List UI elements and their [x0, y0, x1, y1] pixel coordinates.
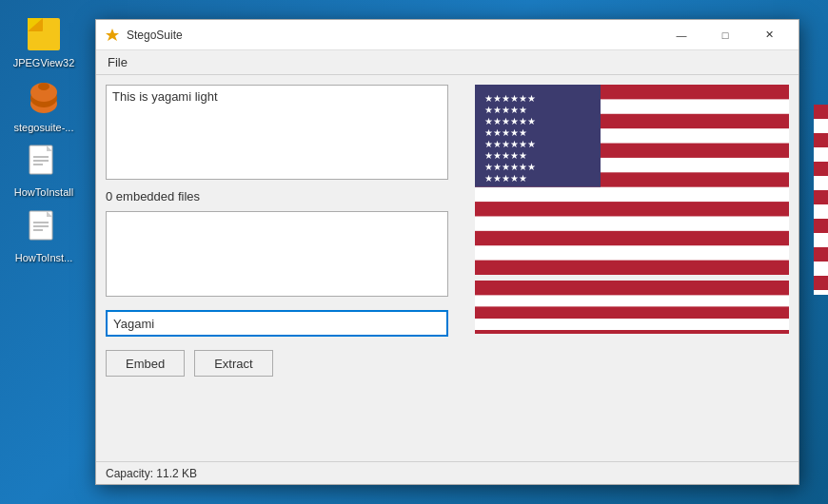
- jpegview-icon: [24, 14, 64, 54]
- message-area-wrapper: [106, 85, 465, 180]
- desktop-icons-container: JPEGView32 stegosuite-...: [0, 0, 78, 264]
- flag-panel: ★★★★★★ ★★★★★ ★★★★★★ ★★★★★ ★★★★★★ ★★★★★ ★…: [475, 85, 789, 475]
- howtoinstall1-icon: [24, 144, 64, 184]
- close-button[interactable]: ✕: [747, 20, 791, 50]
- svg-point-6: [38, 83, 49, 90]
- extract-button[interactable]: Extract: [194, 350, 272, 377]
- howtoinstall1-label: HowToInstall: [14, 186, 73, 199]
- restore-button[interactable]: □: [703, 20, 747, 50]
- content-area: 0 embedded files Embed Extract: [96, 75, 798, 484]
- desktop-icon-jpegview[interactable]: JPEGView32: [10, 14, 78, 69]
- flag-partial-right: [814, 105, 828, 295]
- us-flag: ★★★★★★ ★★★★★ ★★★★★★ ★★★★★ ★★★★★★ ★★★★★ ★…: [475, 85, 789, 275]
- titlebar: StegoSuite — □ ✕: [96, 20, 798, 50]
- left-panel: 0 embedded files Embed Extract: [106, 85, 465, 475]
- window-title: StegoSuite: [127, 29, 660, 42]
- svg-text:★★★★★★: ★★★★★★: [484, 93, 536, 104]
- status-bar: Capacity: 11.2 KB: [96, 461, 798, 484]
- password-input[interactable]: [106, 310, 448, 337]
- menubar: File: [96, 50, 798, 75]
- svg-rect-35: [475, 295, 789, 306]
- svg-rect-24: [475, 245, 789, 260]
- embed-button[interactable]: Embed: [106, 350, 185, 377]
- desktop-icon-howtoinstall2[interactable]: HowToInst...: [10, 209, 78, 264]
- svg-text:★★★★★: ★★★★★: [484, 150, 527, 161]
- svg-text:★★★★★★: ★★★★★★: [484, 139, 536, 149]
- svg-rect-23: [475, 216, 789, 230]
- capacity-text: Capacity: 11.2 KB: [106, 467, 197, 480]
- svg-text:★★★★★★: ★★★★★★: [484, 162, 536, 172]
- howtoinstall2-icon: [24, 209, 64, 249]
- stegosuite-window: StegoSuite — □ ✕ File 0 embedded files: [95, 19, 799, 485]
- svg-rect-22: [475, 187, 789, 202]
- svg-text:★★★★★: ★★★★★: [484, 127, 527, 138]
- files-list: [106, 211, 448, 297]
- svg-rect-36: [475, 319, 789, 330]
- stegosuite-icon: [24, 79, 64, 119]
- desktop: JPEGView32 stegosuite-...: [0, 0, 828, 504]
- embedded-files-label: 0 embedded files: [106, 189, 465, 204]
- svg-text:★★★★★★: ★★★★★★: [484, 116, 536, 126]
- svg-text:★★★★★: ★★★★★: [484, 173, 527, 184]
- minimize-button[interactable]: —: [660, 20, 703, 50]
- stegosuite-label: stegosuite-...: [14, 122, 74, 134]
- flag-bottom-strip: [475, 281, 789, 334]
- desktop-icon-howtoinstall1[interactable]: HowToInstall: [10, 144, 78, 199]
- desktop-icon-stegosuite[interactable]: stegosuite-...: [10, 79, 78, 134]
- svg-marker-17: [106, 29, 119, 41]
- window-controls: — □ ✕: [660, 20, 791, 50]
- app-icon: [104, 27, 121, 44]
- file-menu[interactable]: File: [96, 52, 139, 72]
- svg-text:★★★★★: ★★★★★: [484, 105, 527, 115]
- message-textarea[interactable]: [106, 85, 448, 180]
- buttons-row: Embed Extract: [106, 350, 465, 377]
- jpegview-label: JPEGView32: [13, 57, 75, 69]
- howtoinstall2-label: HowToInst...: [15, 252, 73, 264]
